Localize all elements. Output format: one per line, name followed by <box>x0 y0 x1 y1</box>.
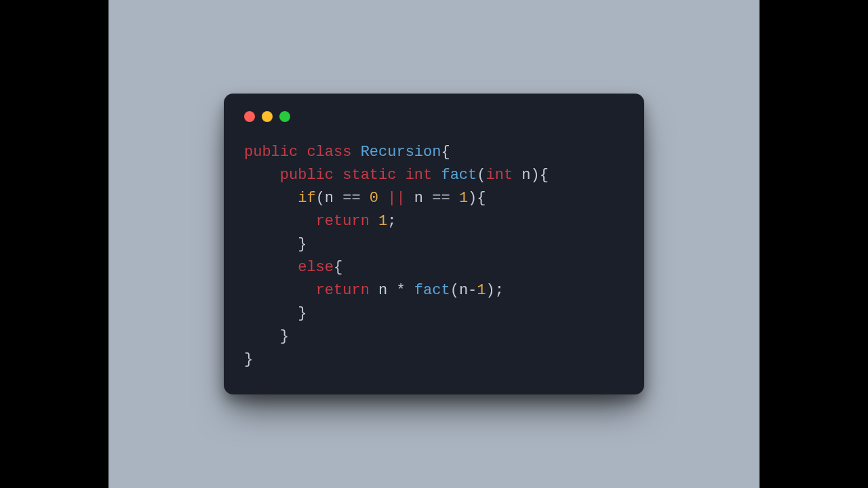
code-token: class <box>307 144 351 161</box>
code-token: n <box>406 190 433 207</box>
code-token <box>432 167 441 184</box>
code-token: Recursion <box>361 144 441 161</box>
code-token: n <box>513 167 530 184</box>
code-token <box>396 167 405 184</box>
stage: public class Recursion{ public static in… <box>108 0 760 488</box>
code-token: fact <box>441 167 477 184</box>
code-token: 1 <box>477 282 486 299</box>
code-token: } <box>244 236 307 253</box>
code-token: { <box>334 259 342 276</box>
code-token <box>298 144 307 161</box>
code-token: ( <box>477 167 486 184</box>
close-icon[interactable] <box>244 111 255 122</box>
code-line: } <box>244 351 253 368</box>
code-token: ; <box>387 213 396 230</box>
code-token: ){ <box>468 190 486 207</box>
code-token: * <box>396 282 405 299</box>
code-token: - <box>468 282 477 299</box>
code-line: } <box>244 305 307 322</box>
code-token: || <box>387 190 405 207</box>
code-line: return 1; <box>244 213 396 230</box>
code-token <box>244 282 316 299</box>
code-token: 1 <box>459 190 468 207</box>
code-token: ( <box>450 282 459 299</box>
code-token <box>244 167 280 184</box>
code-token: } <box>244 305 307 322</box>
code-token: } <box>244 351 253 368</box>
code-token <box>244 190 298 207</box>
code-token: == <box>342 190 360 207</box>
code-token <box>244 259 298 276</box>
window-controls <box>244 111 624 122</box>
code-token: 0 <box>370 190 378 207</box>
code-token <box>361 190 370 207</box>
code-token <box>378 190 387 207</box>
zoom-icon[interactable] <box>279 111 290 122</box>
code-token: return <box>316 213 370 230</box>
code-token: 1 <box>378 213 387 230</box>
code-token <box>450 190 459 207</box>
code-token: int <box>406 167 433 184</box>
pillarbox-right <box>760 0 868 488</box>
code-line: if(n == 0 || n == 1){ <box>244 190 486 207</box>
code-token <box>406 282 414 299</box>
code-line: public static int fact(int n){ <box>244 167 549 184</box>
code-token: return <box>316 282 370 299</box>
code-token: n <box>325 190 342 207</box>
code-line: else{ <box>244 259 342 276</box>
code-block: public class Recursion{ public static in… <box>244 141 624 372</box>
code-token: == <box>432 190 450 207</box>
code-token: else <box>298 259 334 276</box>
code-window: public class Recursion{ public static in… <box>224 94 644 395</box>
code-line: } <box>244 328 289 345</box>
code-token: ); <box>486 282 503 299</box>
code-token: n <box>370 282 397 299</box>
code-token: { <box>441 144 450 161</box>
code-token: static <box>342 167 396 184</box>
minimize-icon[interactable] <box>262 111 273 122</box>
code-line: } <box>244 236 307 253</box>
code-token: int <box>486 167 513 184</box>
code-token <box>351 144 360 161</box>
code-token: public <box>280 167 334 184</box>
code-token: } <box>244 328 289 345</box>
code-token: if <box>298 190 315 207</box>
code-token: n <box>459 282 468 299</box>
code-token <box>334 167 342 184</box>
code-token: ( <box>316 190 325 207</box>
code-token: fact <box>414 282 450 299</box>
code-token: ){ <box>531 167 549 184</box>
pillarbox-left <box>0 0 108 488</box>
code-line: public class Recursion{ <box>244 144 450 161</box>
code-token <box>244 213 316 230</box>
code-token: public <box>244 144 298 161</box>
code-token <box>370 213 378 230</box>
code-line: return n * fact(n-1); <box>244 282 504 299</box>
